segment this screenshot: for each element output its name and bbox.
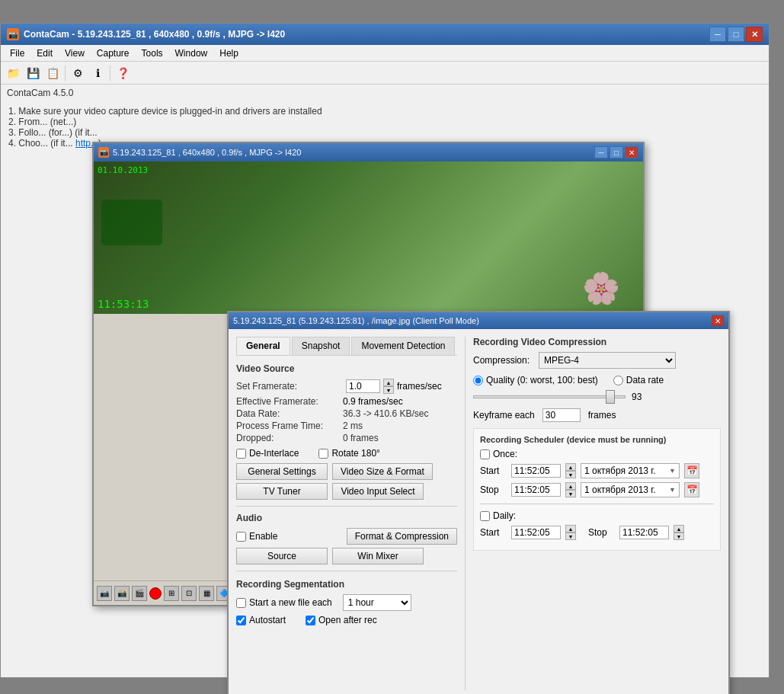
new-file-check[interactable]: Start a new file each [236, 597, 332, 608]
once-stop-up[interactable]: ▲ [565, 482, 576, 490]
new-file-checkbox[interactable] [236, 598, 246, 608]
once-start-calendar-btn[interactable]: 📅 [684, 463, 699, 478]
minimize-button[interactable]: ─ [709, 27, 726, 42]
once-check[interactable]: Once: [480, 449, 517, 459]
deinterlace-checkbox[interactable] [236, 449, 246, 459]
maximize-button[interactable]: □ [728, 27, 744, 42]
camera-minimize-btn[interactable]: ─ [594, 146, 608, 158]
audio-title: Audio [236, 513, 457, 523]
toolbar-settings-btn[interactable]: ⚙ [69, 64, 87, 82]
datarate-radio[interactable] [613, 376, 623, 385]
toolbar-save-btn[interactable]: 💾 [24, 64, 42, 82]
audio-enable-checkbox[interactable] [236, 532, 246, 542]
menu-window[interactable]: Window [169, 46, 214, 60]
open-after-checkbox[interactable] [306, 616, 315, 625]
audio-buttons-row: Source Win Mixer [236, 548, 457, 564]
framerate-input[interactable] [346, 379, 380, 393]
preview-date: 01.10.2013 [98, 165, 148, 175]
daily-start-time[interactable] [511, 526, 561, 539]
dialog-close-btn[interactable]: ✕ [712, 315, 724, 326]
toolbar-icon-5[interactable]: ⊡ [181, 586, 197, 601]
general-settings-btn[interactable]: General Settings [236, 463, 328, 480]
daily-stop-down[interactable]: ▼ [674, 532, 684, 540]
audio-enable-row: Enable Format & Compression [236, 528, 457, 545]
keyframe-input[interactable] [542, 408, 581, 422]
menu-file[interactable]: File [4, 46, 30, 60]
once-start-row: Start ▲ ▼ 1 октября 2013 г. ▼ 📅 [480, 463, 714, 478]
daily-start-down[interactable]: ▼ [565, 532, 576, 540]
daily-row: Daily: [480, 510, 714, 521]
toolbar-icon-2[interactable]: 📸 [114, 586, 130, 601]
framerate-up[interactable]: ▲ [383, 379, 394, 386]
camera-preview: 01.10.2013 🌸 11:53:13 [94, 162, 643, 314]
daily-stop-up[interactable]: ▲ [674, 525, 684, 532]
once-start-down[interactable]: ▼ [565, 471, 576, 478]
tv-tuner-btn[interactable]: TV Tuner [236, 483, 328, 500]
once-stop-date[interactable]: 1 октября 2013 г. ▼ [581, 482, 680, 497]
toolbar-saveas-btn[interactable]: 📋 [43, 64, 62, 82]
toolbar-icon-1[interactable]: 📷 [97, 586, 112, 601]
once-start-date[interactable]: 1 октября 2013 г. ▼ [581, 463, 680, 478]
rotate-checkbox[interactable] [318, 449, 328, 459]
toolbar-help-btn[interactable]: ❓ [114, 64, 132, 82]
autostart-checkbox[interactable] [236, 616, 246, 625]
once-start-up[interactable]: ▲ [565, 463, 576, 471]
win-mixer-btn[interactable]: Win Mixer [332, 548, 424, 564]
once-checkbox[interactable] [480, 449, 490, 459]
format-compression-btn[interactable]: Format & Compression [347, 528, 457, 545]
tab-movement[interactable]: Movement Detection [351, 337, 455, 355]
data-rate-label: Data Rate: [236, 408, 343, 419]
open-after-label: Open after rec [318, 615, 377, 625]
autostart-check[interactable]: Autostart [236, 615, 286, 625]
open-after-check[interactable]: Open after rec [306, 615, 377, 625]
audio-enable-label: Enable [249, 531, 277, 542]
toolbar-icon-3[interactable]: 🎬 [132, 586, 147, 601]
video-size-btn[interactable]: Video Size & Format [332, 463, 433, 480]
tab-general[interactable]: General [236, 337, 290, 355]
once-start-spinner: ▲ ▼ [565, 463, 576, 478]
camera-maximize-btn[interactable]: □ [610, 146, 623, 158]
data-rate-row: Data Rate: 36.3 -> 410.6 KB/sec [236, 408, 457, 419]
toolbar-info-btn[interactable]: ℹ [88, 64, 107, 82]
once-stop-down[interactable]: ▼ [565, 490, 576, 497]
record-button[interactable] [149, 587, 162, 600]
toolbar-icon-4[interactable]: ⊞ [164, 586, 179, 601]
menu-tools[interactable]: Tools [136, 46, 169, 60]
interval-dropdown[interactable]: 1 hour 30 min 2 hours [343, 594, 411, 611]
quality-slider[interactable] [473, 395, 626, 398]
quality-radio[interactable] [473, 376, 483, 385]
datarate-radio-label[interactable]: Data rate [613, 375, 664, 385]
framerate-down[interactable]: ▼ [383, 386, 394, 394]
once-stop-calendar-btn[interactable]: 📅 [684, 482, 699, 497]
scheduler-section: Recording Scheduler (device must be runn… [473, 428, 721, 551]
once-stop-time[interactable] [511, 483, 561, 497]
menu-help[interactable]: Help [213, 46, 245, 60]
camera-close-btn[interactable]: ✕ [625, 146, 638, 158]
compression-dropdown[interactable]: MPEG-4 H.264 Xvid [539, 352, 676, 369]
source-btn[interactable]: Source [236, 548, 328, 564]
once-start-date-value: 1 октября 2013 г. [584, 465, 656, 476]
menu-edit[interactable]: Edit [30, 46, 59, 60]
close-button[interactable]: ✕ [746, 27, 763, 42]
video-source-title: Video Source [236, 363, 457, 374]
tab-snapshot[interactable]: Snapshot [292, 337, 350, 355]
rotate-check[interactable]: Rotate 180° [318, 448, 380, 459]
daily-stop-time[interactable] [619, 526, 669, 539]
menu-capture[interactable]: Capture [91, 46, 136, 60]
once-start-label: Start [480, 465, 507, 476]
menu-view[interactable]: View [59, 46, 91, 60]
deinterlace-check[interactable]: De-Interlace [236, 448, 299, 459]
toolbar-open-btn[interactable]: 📁 [4, 64, 22, 82]
dropped-row: Dropped: 0 frames [236, 433, 457, 443]
video-input-btn[interactable]: Video Input Select [332, 483, 424, 500]
daily-start-up[interactable]: ▲ [565, 525, 576, 532]
daily-checkbox[interactable] [480, 511, 490, 521]
quality-radio-label[interactable]: Quality (0: worst, 100: best) [473, 375, 598, 385]
audio-enable-check[interactable]: Enable [236, 531, 277, 542]
datarate-label: Data rate [626, 375, 664, 385]
process-time-value: 2 ms [343, 421, 363, 431]
toolbar-icon-6[interactable]: ▦ [199, 586, 214, 601]
once-start-time[interactable] [511, 464, 561, 478]
set-framerate-row: Set Framerate: ▲ ▼ frames/sec [236, 379, 457, 394]
daily-check[interactable]: Daily: [480, 510, 516, 521]
